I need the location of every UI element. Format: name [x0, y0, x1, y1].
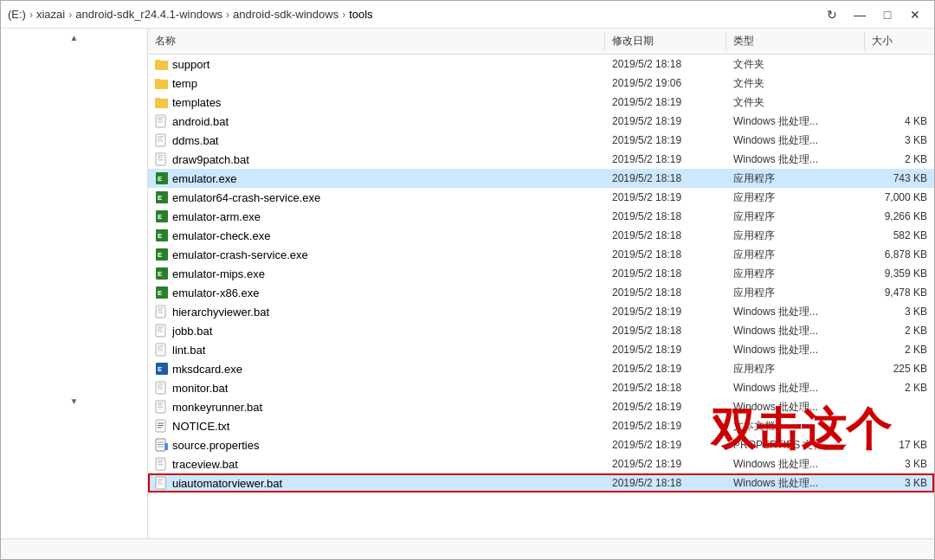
svg-rect-33	[158, 307, 164, 309]
file-name: emulator-crash-service.exe	[172, 248, 308, 261]
breadcrumb-tools[interactable]: tools	[349, 8, 372, 21]
table-row[interactable]: E emulator-crash-service.exe2019/5/2 18:…	[148, 245, 934, 264]
svg-rect-8	[158, 119, 162, 121]
svg-rect-51	[158, 402, 164, 404]
file-name: temp	[172, 77, 197, 90]
breadcrumb-sdk[interactable]: android-sdk_r24.4.1-windows	[75, 8, 222, 21]
file-size-cell	[865, 101, 934, 103]
refresh-button[interactable]: ↻	[820, 3, 844, 27]
file-date-cell: 2019/5/2 18:19	[605, 362, 726, 376]
file-type-cell: Windows 批处理...	[726, 113, 865, 130]
file-list-panel[interactable]: 名称 修改日期 类型 大小 support2019/5/2 18:18文件夹 t…	[148, 29, 934, 538]
file-name-cell: E emulator-arm.exe	[148, 209, 605, 224]
file-type-cell: Windows 批处理...	[726, 342, 865, 358]
svg-rect-65	[158, 462, 162, 464]
file-size-cell: 17 KB	[865, 438, 934, 452]
file-date-cell: 2019/5/2 18:19	[605, 305, 726, 319]
svg-rect-38	[158, 329, 162, 331]
file-size-cell: 3 KB	[865, 133, 934, 147]
nav-scroll-up[interactable]: ▲	[1, 29, 147, 46]
svg-text:E: E	[158, 213, 163, 221]
file-type-cell: 应用程序	[726, 361, 865, 377]
svg-rect-69	[158, 481, 162, 483]
file-name-cell: temp	[148, 75, 605, 91]
file-type-cell: 文本文档	[726, 418, 865, 434]
file-name-cell: source.properties	[148, 437, 605, 453]
table-row[interactable]: temp2019/5/2 19:06文件夹	[148, 74, 934, 93]
table-row[interactable]: source.properties2019/5/2 18:19PROPERTIE…	[148, 435, 934, 454]
file-type-cell: 应用程序	[726, 209, 865, 225]
file-date-cell: 2019/5/2 18:18	[605, 248, 726, 261]
file-name: emulator-arm.exe	[172, 210, 261, 223]
col-type-header[interactable]: 类型	[726, 32, 865, 50]
table-row[interactable]: E emulator.exe2019/5/2 18:18应用程序743 KB	[148, 169, 934, 188]
file-date-cell: 2019/5/2 18:18	[605, 476, 726, 490]
table-row[interactable]: uiautomatorviewer.bat2019/5/2 18:18Windo…	[148, 473, 934, 492]
svg-text:E: E	[158, 232, 163, 240]
col-size-header[interactable]: 大小	[865, 32, 934, 50]
file-name: uiautomatorviewer.bat	[172, 477, 282, 490]
file-name: jobb.bat	[172, 325, 212, 338]
table-row[interactable]: support2019/5/2 18:18文件夹	[148, 55, 934, 74]
col-date-header[interactable]: 修改日期	[605, 32, 726, 50]
table-row[interactable]: ddms.bat2019/5/2 18:19Windows 批处理...3 KB	[148, 131, 934, 150]
table-row[interactable]: monitor.bat2019/5/2 18:18Windows 批处理...2…	[148, 378, 934, 397]
svg-text:E: E	[158, 270, 163, 278]
svg-rect-35	[158, 312, 163, 313]
table-row[interactable]: E emulator-x86.exe2019/5/2 18:18应用程序9,47…	[148, 283, 934, 302]
table-row[interactable]: E emulator64-crash-service.exe2019/5/2 1…	[148, 188, 934, 207]
file-type-cell: Windows 批处理...	[726, 323, 865, 339]
file-name: monitor.bat	[172, 382, 228, 395]
table-row[interactable]: lint.bat2019/5/2 18:19Windows 批处理...2 KB	[148, 340, 934, 359]
svg-rect-37	[158, 326, 164, 328]
minimize-button[interactable]: —	[848, 3, 872, 27]
close-button[interactable]: ✕	[903, 3, 927, 27]
breadcrumb-drive[interactable]: (E:)	[8, 8, 26, 21]
nav-scroll-down[interactable]: ▼	[1, 392, 147, 409]
table-row[interactable]: E emulator-mips.exe2019/5/2 18:18应用程序9,3…	[148, 264, 934, 283]
maximize-button[interactable]: □	[875, 3, 900, 27]
file-name-cell: NOTICE.txt	[148, 418, 605, 434]
svg-rect-64	[158, 460, 164, 461]
file-date-cell: 2019/5/2 18:18	[605, 286, 726, 299]
file-name: emulator.exe	[172, 172, 236, 185]
file-date-cell: 2019/5/2 18:19	[605, 343, 726, 357]
col-name-header[interactable]: 名称	[148, 32, 605, 50]
file-type-cell: Windows 批处理...	[726, 380, 865, 396]
breadcrumb-sdk-windows[interactable]: android-sdk-windows	[233, 8, 339, 21]
file-type-cell: Windows 批处理...	[726, 399, 865, 415]
table-row[interactable]: E emulator-check.exe2019/5/2 18:18应用程序58…	[148, 226, 934, 245]
table-row[interactable]: NOTICE.txt2019/5/2 18:19文本文档	[148, 416, 934, 435]
svg-rect-34	[158, 310, 162, 312]
file-name: emulator-check.exe	[172, 229, 270, 242]
svg-rect-7	[158, 117, 164, 119]
file-name: NOTICE.txt	[172, 420, 229, 433]
table-row[interactable]: jobb.bat2019/5/2 18:18Windows 批处理...2 KB	[148, 321, 934, 340]
svg-rect-70	[158, 483, 163, 485]
file-name-cell: E emulator-crash-service.exe	[148, 247, 605, 262]
file-size-cell: 3 KB	[865, 457, 934, 471]
file-date-cell: 2019/5/2 18:18	[605, 267, 726, 280]
table-row[interactable]: hierarchyviewer.bat2019/5/2 18:19Windows…	[148, 302, 934, 321]
file-date-cell: 2019/5/2 18:19	[605, 438, 726, 452]
table-row[interactable]: traceview.bat2019/5/2 18:19Windows 批处理..…	[148, 454, 934, 473]
breadcrumb-xiazai[interactable]: xiazai	[36, 8, 65, 21]
file-name-cell: ddms.bat	[148, 132, 605, 148]
svg-rect-41	[158, 345, 164, 347]
table-row[interactable]: templates2019/5/2 18:19文件夹	[148, 93, 934, 112]
breadcrumb: (E:) › xiazai › android-sdk_r24.4.1-wind…	[8, 8, 820, 21]
table-row[interactable]: draw9patch.bat2019/5/2 18:19Windows 批处理.…	[148, 150, 934, 169]
main-area: ▲ ▼ 名称 修改日期 类型 大小 support2019/5/2 18:18文…	[1, 29, 934, 538]
file-size-cell: 2 KB	[865, 343, 934, 357]
table-row[interactable]: E mksdcard.exe2019/5/2 18:19应用程序225 KB	[148, 359, 934, 378]
file-name: source.properties	[172, 439, 259, 452]
file-type-cell: PROPERTIES 文件	[726, 437, 865, 454]
svg-rect-16	[158, 158, 162, 159]
table-row[interactable]: E emulator-arm.exe2019/5/2 18:18应用程序9,26…	[148, 207, 934, 226]
nav-panel[interactable]: ▲ ▼	[1, 29, 148, 538]
table-row[interactable]: monkeyrunner.bat2019/5/2 18:19Windows 批处…	[148, 397, 934, 416]
file-name-cell: traceview.bat	[148, 456, 605, 472]
svg-text:E: E	[158, 289, 163, 297]
table-row[interactable]: android.bat2019/5/2 18:19Windows 批处理...4…	[148, 112, 934, 131]
file-size-cell: 743 KB	[865, 171, 934, 185]
